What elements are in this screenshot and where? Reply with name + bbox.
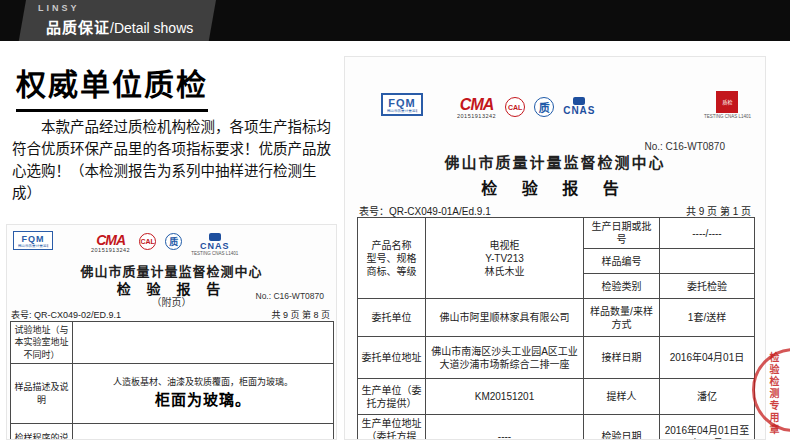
detail-page: LINSY 品质保证/Detail shows 权威单位质检 本款产品经过质检机…: [0, 0, 790, 440]
field-label: 型号、规格: [361, 252, 422, 265]
cnas-logo-text: CNAS: [191, 242, 238, 251]
intro-paragraph: 本款产品经过质检机构检测，各项生产指标均符合优质环保产品里的各项指标要求！优质产…: [12, 116, 336, 204]
field-label: 样品描述及说明: [11, 364, 73, 424]
field-label: 试验地址（与本实验室地址不同时）: [11, 322, 73, 364]
cma-logo-text: CMA: [91, 233, 130, 247]
cnas-logo: CNAS: [563, 97, 595, 116]
cal-logo: CAL: [139, 233, 156, 250]
cma-logo-text: CMA: [457, 97, 496, 113]
cnas-logo-text: CNAS: [563, 106, 595, 116]
fqm-logo: FQM 佛山市质量计量监督检测中心: [13, 231, 53, 250]
field-value: ----: [426, 415, 584, 440]
cert-logos: CMA 20151913242 CAL 质 CNAS: [457, 97, 596, 119]
cnas-caption: TESTING CNAS L1401: [191, 251, 238, 256]
sample-description: 人造板基材、油漆及软质覆面，柜面为玻璃。: [76, 376, 330, 388]
field-label: 生产单位（委托方提供）: [358, 379, 426, 415]
section-title-cn: 品质保证: [46, 19, 110, 36]
report-number: No.: C16-WT0870: [256, 291, 325, 301]
field-label: 生产日期或批号: [584, 218, 660, 249]
field-value: ----/----: [660, 218, 755, 249]
form-line: 表号: QR-CX049-02/ED.9.1 共 9 页 第 8 页: [11, 308, 330, 321]
report-title: 检 验 报 告: [345, 175, 765, 199]
field-value: 人造板基材、油漆及软质覆面，柜面为玻璃。 柜面为玻璃。: [73, 364, 334, 424]
fqm-logo-text: FQM: [16, 234, 50, 244]
quality-seal-icon: 质: [165, 233, 182, 250]
fqm-logo: FQM 佛山市质量计量监督检测中心: [381, 93, 423, 116]
red-seal-text: 检验检测专用章: [766, 352, 781, 436]
cma-license-number: 20151913242: [457, 113, 496, 119]
field-value: [660, 249, 755, 274]
field-value: 委托检验: [660, 274, 755, 299]
product-label-cell: 产品名称 型号、规格 商标、等级: [358, 218, 426, 299]
fqm-logo-text: FQM: [385, 97, 419, 109]
quality-seal-text: 质: [169, 235, 178, 248]
inspection-report-document: FQM 佛山市质量计量监督检测中心 CMA 20151913242 CAL 质 …: [344, 56, 766, 440]
section-title-en: /Detail shows: [110, 20, 193, 36]
field-label: 委托单位地址: [358, 337, 426, 379]
field-value: 佛山市南海区沙头工业园A区工业大道沙浦市场新综合二排一座: [426, 337, 584, 379]
section-title: 品质保证/Detail shows: [46, 16, 193, 37]
field-label: 提样人: [584, 379, 660, 415]
field-label: 检样程序的说明: [11, 424, 73, 440]
page-info: 共 9 页 第 8 页: [271, 308, 330, 321]
field-value: [73, 424, 334, 440]
lab-name: 佛山市质量计量监督检测中心: [345, 151, 765, 172]
fqm-logo-wrap: FQM 佛山市质量计量监督检测中心: [381, 93, 423, 116]
quality-seal-text: 质: [539, 99, 550, 115]
product-model: Y-TV213: [429, 252, 580, 265]
cert-logos: CMA 20151913242 CAL 质 CNAS TESTING CNAS …: [91, 233, 238, 256]
report-appendix-document: FQM 佛山市质量计量监督检测中心 CMA 20151913242 CAL 质 …: [6, 224, 337, 440]
cnas-caption: TESTING CNAS L1401: [704, 114, 751, 119]
cma-logo: CMA 20151913242: [457, 97, 496, 119]
page-title: 权威单位质检: [16, 60, 208, 112]
red-cert-logo: 质检: [716, 91, 738, 113]
quality-seal-icon: 质: [534, 97, 554, 117]
cma-logo: CMA 20151913242: [91, 233, 130, 253]
product-brand: 林氏木业: [429, 265, 580, 278]
sample-description-highlight: 柜面为玻璃。: [76, 390, 330, 410]
field-value: [73, 322, 334, 364]
field-value: 潘亿: [660, 379, 755, 415]
field-value: 佛山市阿里顺林家具有限公司: [426, 299, 584, 337]
fqm-logo-caption: 佛山市质量计量监督检测中心: [387, 109, 418, 113]
appendix-table: 试验地址（与本实验室地址不同时） 样品描述及说明 人造板基材、油漆及软质覆面，柜…: [10, 321, 334, 440]
product-name: 电视柜: [429, 239, 580, 252]
cnas-logo: CNAS TESTING CNAS L1401: [191, 233, 238, 256]
brand-logo: LINSY: [38, 3, 80, 13]
field-label: 商标、等级: [361, 265, 422, 278]
report-table: 产品名称 型号、规格 商标、等级 电视柜 Y-TV213 林氏木业 生产日期或批…: [357, 217, 755, 440]
form-number: 表号：QR-CX049-01A/Ed.9.1: [359, 203, 491, 218]
field-value: KM20151201: [426, 379, 584, 415]
field-label: 检验类别: [584, 274, 660, 299]
cal-logo: CAL: [505, 97, 525, 117]
fqm-logo-caption: 佛山市质量计量监督检测中心: [18, 244, 49, 248]
cal-logo-text: CAL: [508, 104, 522, 111]
form-number: 表号: QR-CX049-02/ED.9.1: [11, 308, 121, 321]
fqm-logo-wrap: FQM 佛山市质量计量监督检测中心: [13, 231, 53, 250]
field-value: 1套/送样: [660, 299, 755, 337]
red-cert-logo-wrap: 质检 TESTING CNAS L1401: [704, 91, 751, 119]
section-header: LINSY 品质保证/Detail shows: [0, 0, 790, 41]
field-label: 生产单位地址（委托方提供）: [358, 415, 426, 440]
field-label: 产品名称: [361, 239, 422, 252]
red-cert-logo-text: 质检: [722, 99, 732, 105]
cma-license-number: 20151913242: [91, 247, 130, 253]
cnas-emblem-icon: [209, 233, 221, 241]
field-value: 2016年04月01日至2016年04月05日: [660, 415, 755, 440]
field-label: 检验日期: [584, 415, 660, 440]
cal-logo-text: CAL: [140, 238, 154, 245]
form-line: 表号：QR-CX049-01A/Ed.9.1 共 9 页 第 1 页: [359, 203, 751, 218]
field-label: 接样日期: [584, 337, 660, 379]
field-label: 样品编号: [584, 249, 660, 274]
product-value-cell: 电视柜 Y-TV213 林氏木业: [426, 218, 584, 299]
page-info: 共 9 页 第 1 页: [686, 203, 751, 218]
field-label: 样品数量/来样方式: [584, 299, 660, 337]
field-label: 委托单位: [358, 299, 426, 337]
field-value: 2016年04月01日: [660, 337, 755, 379]
cnas-emblem-icon: [573, 97, 585, 105]
